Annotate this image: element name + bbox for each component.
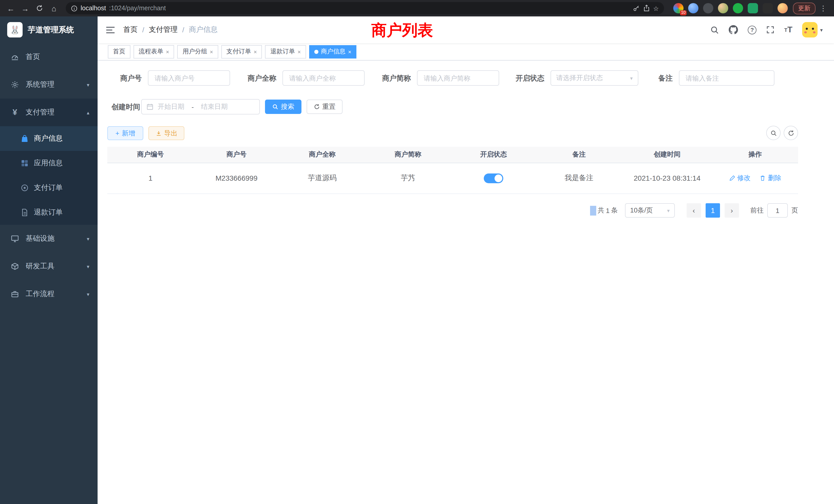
record-circle-icon xyxy=(21,184,29,192)
navbar-actions: ? TT ▾ xyxy=(710,22,834,38)
page-size-select[interactable]: 10条/页 ▾ xyxy=(625,203,675,217)
app-title: 芋道管理系统 xyxy=(28,25,74,35)
sidebar-item-home[interactable]: 首页 xyxy=(0,43,97,71)
plus-icon: + xyxy=(115,129,119,137)
merchant-no-input[interactable] xyxy=(148,70,230,86)
extension-icon-green-circle[interactable] xyxy=(733,3,743,13)
url-host: localhost xyxy=(81,5,106,12)
font-size-icon[interactable]: TT xyxy=(784,25,792,35)
breadcrumb-separator: / xyxy=(182,26,184,34)
breadcrumb-home[interactable]: 首页 xyxy=(123,25,138,35)
breadcrumb-separator: / xyxy=(142,26,144,34)
tab-process-form[interactable]: 流程表单 × xyxy=(133,45,174,58)
next-page-button[interactable]: › xyxy=(725,203,739,217)
close-icon[interactable]: × xyxy=(298,48,301,55)
download-icon xyxy=(155,130,161,136)
date-start-placeholder[interactable]: 开始日期 xyxy=(158,102,184,111)
user-menu[interactable]: ▾ xyxy=(802,22,823,38)
refresh-button[interactable] xyxy=(784,126,798,140)
app-logo[interactable]: 🐰 芋道管理系统 xyxy=(0,17,97,43)
status-select[interactable]: 请选择开启状态 ▾ xyxy=(550,70,638,86)
browser-update-button[interactable]: 更新 xyxy=(793,2,815,14)
sidebar-item-label: 支付订单 xyxy=(34,183,63,192)
back-icon[interactable]: ← xyxy=(4,2,18,15)
full-name-input[interactable] xyxy=(282,70,365,86)
forward-icon[interactable]: → xyxy=(19,2,32,15)
edit-button[interactable]: 修改 xyxy=(729,174,750,183)
sidebar-item-devtools[interactable]: 研发工具 ▾ xyxy=(0,253,97,280)
sidebar-item-refund-order[interactable]: 退款订单 xyxy=(0,200,97,225)
close-icon[interactable]: × xyxy=(348,48,352,55)
tab-merchant-info[interactable]: 商户信息 × xyxy=(309,45,357,58)
tab-home[interactable]: 首页 xyxy=(108,45,130,58)
sidebar-item-pay-order[interactable]: 支付订单 xyxy=(0,176,97,200)
chevron-down-icon: ▾ xyxy=(820,27,823,32)
cell-actions: 修改 删除 xyxy=(712,163,798,193)
sidebar-item-label: 退款订单 xyxy=(34,208,63,217)
main-area: 首页 / 支付管理 / 商户信息 商户列表 ? xyxy=(97,17,834,504)
monitor-icon xyxy=(10,234,20,243)
close-icon[interactable]: × xyxy=(166,48,169,55)
close-icon[interactable]: × xyxy=(210,48,213,55)
extension-icon-colorful[interactable]: 10 xyxy=(673,3,683,13)
browser-menu-icon[interactable]: ⋮ xyxy=(816,4,830,12)
goto-page-input[interactable] xyxy=(767,203,788,217)
reset-button[interactable]: 重置 xyxy=(307,99,343,114)
key-icon[interactable] xyxy=(633,5,640,12)
sidebar-item-label: 基础设施 xyxy=(26,234,54,243)
package-icon xyxy=(10,262,20,271)
date-range-picker[interactable]: 开始日期 - 结束日期 xyxy=(141,99,260,114)
sidebar-item-payment[interactable]: ¥ 支付管理 ▴ xyxy=(0,98,97,126)
extension-icon-avatar[interactable] xyxy=(718,3,728,13)
status-toggle[interactable] xyxy=(484,173,503,183)
add-button[interactable]: + 新增 xyxy=(107,126,143,140)
share-icon[interactable] xyxy=(643,5,650,12)
cell-merchant-no: M233666999 xyxy=(194,163,279,193)
cell-create-time: 2021-10-23 08:31:14 xyxy=(622,163,712,193)
tab-pay-order[interactable]: 支付订单 × xyxy=(221,45,262,58)
extension-icon-green-doc[interactable] xyxy=(748,3,758,13)
tab-user-group[interactable]: 用户分组 × xyxy=(177,45,218,58)
extension-icon-dark[interactable] xyxy=(763,3,773,13)
sidebar-item-label: 首页 xyxy=(26,52,40,62)
sidebar-item-system[interactable]: 系统管理 ▾ xyxy=(0,71,97,98)
sidebar-item-label: 商户信息 xyxy=(34,134,63,143)
close-icon[interactable]: × xyxy=(254,48,257,55)
tab-refund-order[interactable]: 退款订单 × xyxy=(265,45,306,58)
hamburger-icon[interactable] xyxy=(97,26,123,33)
remark-input[interactable] xyxy=(679,70,774,86)
prev-page-button[interactable]: ‹ xyxy=(687,203,701,217)
cell-status xyxy=(451,163,536,193)
sidebar-item-label: 系统管理 xyxy=(26,80,54,89)
sidebar-item-label: 工作流程 xyxy=(26,290,54,299)
date-end-placeholder[interactable]: 结束日期 xyxy=(201,102,228,111)
short-name-input[interactable] xyxy=(417,70,499,86)
merchant-no-label: 商户号 xyxy=(103,70,142,86)
home-icon[interactable]: ⌂ xyxy=(47,2,61,15)
page-1-button[interactable]: 1 xyxy=(706,203,720,217)
sidebar-item-workflow[interactable]: 工作流程 ▾ xyxy=(0,280,97,308)
breadcrumb-payment[interactable]: 支付管理 xyxy=(149,25,178,35)
export-button[interactable]: 导出 xyxy=(148,126,184,140)
cell-short-name: 芋艿 xyxy=(365,163,451,193)
help-icon[interactable]: ? xyxy=(748,25,756,34)
search-icon[interactable] xyxy=(710,25,719,34)
reload-icon[interactable] xyxy=(33,2,46,15)
info-icon[interactable] xyxy=(71,5,78,12)
delete-button[interactable]: 删除 xyxy=(760,174,781,183)
sidebar-item-merchant-info[interactable]: 商户信息 xyxy=(0,126,97,151)
col-actions: 操作 xyxy=(712,147,798,163)
extension-icon-blue-drop[interactable] xyxy=(688,3,698,13)
extension-icon-gray-circle[interactable] xyxy=(703,3,713,13)
bookmark-star-icon[interactable]: ☆ xyxy=(653,4,659,12)
toggle-search-button[interactable] xyxy=(766,126,781,140)
github-icon[interactable] xyxy=(729,25,738,35)
extension-icon-emoji[interactable] xyxy=(777,3,788,13)
sidebar-item-app-info[interactable]: 应用信息 xyxy=(0,151,97,176)
sidebar-item-infra[interactable]: 基础设施 ▾ xyxy=(0,225,97,253)
yen-icon: ¥ xyxy=(10,108,20,117)
briefcase-icon xyxy=(10,290,20,298)
search-button[interactable]: 搜索 xyxy=(265,99,302,114)
fullscreen-icon[interactable] xyxy=(766,26,774,34)
url-bar[interactable]: localhost:1024/pay/merchant ☆ xyxy=(66,2,664,14)
